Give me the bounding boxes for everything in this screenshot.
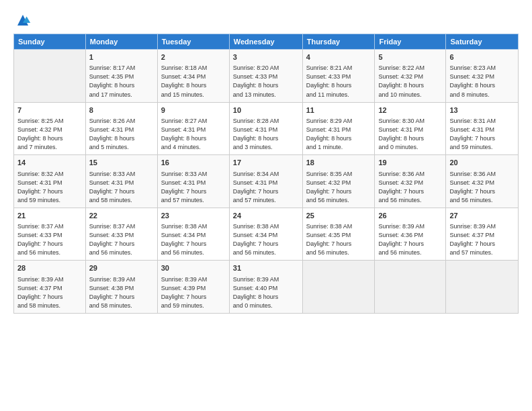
day-number: 29 [89, 263, 154, 273]
day-number: 25 [306, 211, 371, 221]
day-cell: 28Sunrise: 8:39 AM Sunset: 4:37 PM Dayli… [14, 261, 86, 314]
day-info: Sunrise: 8:38 AM Sunset: 4:34 PM Dayligh… [233, 222, 299, 257]
day-info: Sunrise: 8:17 AM Sunset: 4:35 PM Dayligh… [89, 64, 154, 99]
day-cell: 12Sunrise: 8:30 AM Sunset: 4:31 PM Dayli… [375, 102, 446, 155]
day-number: 12 [378, 105, 442, 116]
day-info: Sunrise: 8:36 AM Sunset: 4:32 PM Dayligh… [378, 170, 442, 205]
day-cell: 6Sunrise: 8:23 AM Sunset: 4:32 PM Daylig… [446, 50, 519, 103]
day-number: 13 [449, 105, 515, 116]
day-number: 10 [233, 105, 299, 116]
day-cell: 7Sunrise: 8:25 AM Sunset: 4:32 PM Daylig… [14, 102, 86, 155]
day-number: 3 [233, 52, 299, 62]
day-number: 23 [161, 211, 226, 221]
day-info: Sunrise: 8:33 AM Sunset: 4:31 PM Dayligh… [89, 170, 154, 205]
day-cell: 25Sunrise: 8:38 AM Sunset: 4:35 PM Dayli… [302, 208, 375, 261]
day-cell: 11Sunrise: 8:29 AM Sunset: 4:31 PM Dayli… [302, 102, 375, 155]
day-info: Sunrise: 8:39 AM Sunset: 4:38 PM Dayligh… [89, 275, 154, 310]
day-info: Sunrise: 8:37 AM Sunset: 4:33 PM Dayligh… [89, 222, 154, 257]
day-number: 19 [378, 158, 442, 168]
header-cell-sunday: Sunday [14, 34, 86, 50]
day-cell: 2Sunrise: 8:18 AM Sunset: 4:34 PM Daylig… [157, 50, 229, 103]
day-info: Sunrise: 8:35 AM Sunset: 4:32 PM Dayligh… [306, 170, 371, 205]
header-cell-friday: Friday [375, 34, 446, 50]
day-number: 27 [449, 211, 515, 221]
day-info: Sunrise: 8:39 AM Sunset: 4:39 PM Dayligh… [161, 275, 226, 310]
day-number: 9 [161, 105, 226, 116]
day-cell: 21Sunrise: 8:37 AM Sunset: 4:33 PM Dayli… [14, 208, 86, 261]
day-number: 24 [233, 211, 299, 221]
day-info: Sunrise: 8:31 AM Sunset: 4:31 PM Dayligh… [449, 117, 515, 152]
day-number: 26 [378, 211, 442, 221]
day-cell [375, 261, 446, 314]
day-cell: 22Sunrise: 8:37 AM Sunset: 4:33 PM Dayli… [85, 208, 157, 261]
day-number: 2 [161, 52, 226, 62]
calendar-body: 1Sunrise: 8:17 AM Sunset: 4:35 PM Daylig… [14, 50, 519, 314]
day-number: 21 [17, 211, 82, 221]
day-number: 30 [161, 263, 226, 273]
week-row-2: 7Sunrise: 8:25 AM Sunset: 4:32 PM Daylig… [14, 102, 519, 155]
day-number: 18 [306, 158, 371, 168]
day-info: Sunrise: 8:33 AM Sunset: 4:31 PM Dayligh… [161, 170, 226, 205]
day-cell: 9Sunrise: 8:27 AM Sunset: 4:31 PM Daylig… [157, 102, 229, 155]
header-row: SundayMondayTuesdayWednesdayThursdayFrid… [14, 34, 519, 50]
day-cell: 15Sunrise: 8:33 AM Sunset: 4:31 PM Dayli… [85, 155, 157, 208]
day-cell: 10Sunrise: 8:28 AM Sunset: 4:31 PM Dayli… [229, 102, 302, 155]
day-info: Sunrise: 8:21 AM Sunset: 4:33 PM Dayligh… [306, 64, 371, 99]
day-number: 5 [378, 52, 442, 62]
day-number: 28 [17, 263, 82, 273]
day-cell: 4Sunrise: 8:21 AM Sunset: 4:33 PM Daylig… [302, 50, 375, 103]
day-number: 8 [89, 105, 154, 116]
day-number: 11 [306, 105, 371, 116]
day-cell: 8Sunrise: 8:26 AM Sunset: 4:31 PM Daylig… [85, 102, 157, 155]
day-cell: 24Sunrise: 8:38 AM Sunset: 4:34 PM Dayli… [229, 208, 302, 261]
day-cell: 20Sunrise: 8:36 AM Sunset: 4:32 PM Dayli… [446, 155, 519, 208]
header [13, 12, 519, 28]
day-cell [14, 50, 86, 103]
day-info: Sunrise: 8:25 AM Sunset: 4:32 PM Dayligh… [17, 117, 82, 152]
day-cell: 31Sunrise: 8:39 AM Sunset: 4:40 PM Dayli… [229, 261, 302, 314]
day-info: Sunrise: 8:20 AM Sunset: 4:33 PM Dayligh… [233, 64, 299, 99]
day-number: 20 [449, 158, 515, 168]
day-info: Sunrise: 8:22 AM Sunset: 4:32 PM Dayligh… [378, 64, 442, 99]
day-info: Sunrise: 8:32 AM Sunset: 4:31 PM Dayligh… [17, 170, 82, 205]
day-cell: 23Sunrise: 8:38 AM Sunset: 4:34 PM Dayli… [157, 208, 229, 261]
day-number: 1 [89, 52, 154, 62]
header-cell-wednesday: Wednesday [229, 34, 302, 50]
day-number: 22 [89, 211, 154, 221]
day-cell: 30Sunrise: 8:39 AM Sunset: 4:39 PM Dayli… [157, 261, 229, 314]
header-cell-thursday: Thursday [302, 34, 375, 50]
day-cell: 27Sunrise: 8:39 AM Sunset: 4:37 PM Dayli… [446, 208, 519, 261]
day-number: 4 [306, 52, 371, 62]
day-cell: 3Sunrise: 8:20 AM Sunset: 4:33 PM Daylig… [229, 50, 302, 103]
day-info: Sunrise: 8:36 AM Sunset: 4:32 PM Dayligh… [449, 170, 515, 205]
day-cell: 13Sunrise: 8:31 AM Sunset: 4:31 PM Dayli… [446, 102, 519, 155]
day-info: Sunrise: 8:39 AM Sunset: 4:37 PM Dayligh… [17, 275, 82, 310]
header-cell-monday: Monday [85, 34, 157, 50]
day-cell [302, 261, 375, 314]
day-info: Sunrise: 8:38 AM Sunset: 4:35 PM Dayligh… [306, 222, 371, 257]
calendar-table: SundayMondayTuesdayWednesdayThursdayFrid… [13, 34, 519, 314]
day-info: Sunrise: 8:39 AM Sunset: 4:37 PM Dayligh… [449, 222, 515, 257]
day-info: Sunrise: 8:30 AM Sunset: 4:31 PM Dayligh… [378, 117, 442, 152]
day-info: Sunrise: 8:39 AM Sunset: 4:36 PM Dayligh… [378, 222, 442, 257]
day-number: 16 [161, 158, 226, 168]
day-info: Sunrise: 8:37 AM Sunset: 4:33 PM Dayligh… [17, 222, 82, 257]
logo-icon [15, 12, 31, 28]
day-number: 14 [17, 158, 82, 168]
day-cell: 17Sunrise: 8:34 AM Sunset: 4:31 PM Dayli… [229, 155, 302, 208]
day-number: 31 [233, 263, 299, 273]
day-info: Sunrise: 8:38 AM Sunset: 4:34 PM Dayligh… [161, 222, 226, 257]
day-cell: 16Sunrise: 8:33 AM Sunset: 4:31 PM Dayli… [157, 155, 229, 208]
page: SundayMondayTuesdayWednesdayThursdayFrid… [0, 0, 532, 411]
week-row-5: 28Sunrise: 8:39 AM Sunset: 4:37 PM Dayli… [14, 261, 519, 314]
day-cell: 1Sunrise: 8:17 AM Sunset: 4:35 PM Daylig… [85, 50, 157, 103]
header-cell-saturday: Saturday [446, 34, 519, 50]
day-info: Sunrise: 8:28 AM Sunset: 4:31 PM Dayligh… [233, 117, 299, 152]
day-info: Sunrise: 8:29 AM Sunset: 4:31 PM Dayligh… [306, 117, 371, 152]
header-cell-tuesday: Tuesday [157, 34, 229, 50]
day-cell: 19Sunrise: 8:36 AM Sunset: 4:32 PM Dayli… [375, 155, 446, 208]
day-info: Sunrise: 8:26 AM Sunset: 4:31 PM Dayligh… [89, 117, 154, 152]
day-info: Sunrise: 8:27 AM Sunset: 4:31 PM Dayligh… [161, 117, 226, 152]
day-info: Sunrise: 8:34 AM Sunset: 4:31 PM Dayligh… [233, 170, 299, 205]
day-cell [446, 261, 519, 314]
